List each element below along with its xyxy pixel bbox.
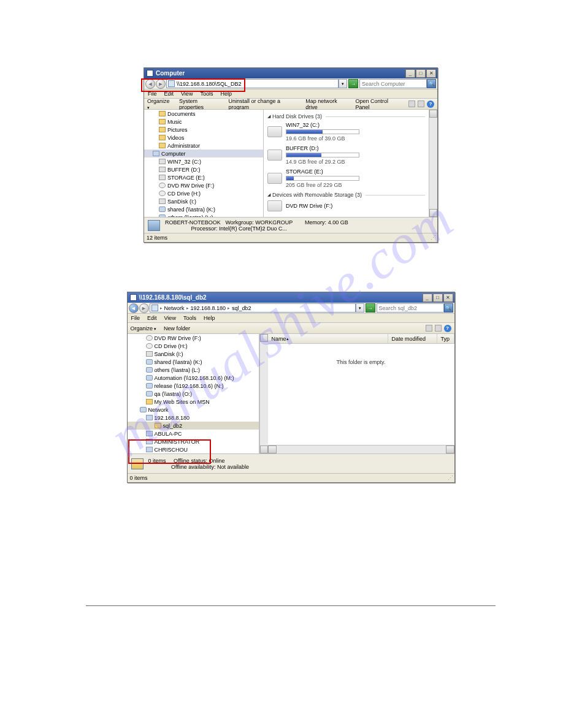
maximize-button[interactable]: □	[433, 294, 443, 302]
resize-grip[interactable]: ⋰	[431, 235, 435, 241]
breadcrumb-item[interactable]: Network	[164, 305, 185, 311]
removable-group[interactable]: ◢ Devices with Removable Storage (3)	[267, 192, 425, 198]
scrollbar[interactable]	[429, 110, 437, 217]
organize-button[interactable]: Organize	[147, 98, 172, 110]
tree-scrollbar[interactable]	[259, 334, 268, 453]
tree-item[interactable]: SanDisk (I:)	[144, 197, 263, 205]
address-bar[interactable]: \\192.168.8.180\SQL_DB2	[166, 79, 339, 88]
tree-item[interactable]: SanDisk (I:)	[128, 350, 259, 358]
tree-item[interactable]: shared (\\astra) (K:)	[144, 205, 263, 213]
menu-edit[interactable]: Edit	[147, 315, 157, 321]
tree-item[interactable]: WIN7_32 (C:)	[144, 157, 263, 165]
tree-item[interactable]: release (\\192.168.10.6) (N:)	[128, 382, 259, 390]
menu-help[interactable]: Help	[220, 91, 232, 97]
map-drive-button[interactable]: Map network drive	[305, 98, 348, 110]
search-input[interactable]: Search Computer	[359, 79, 427, 88]
drive-item[interactable]: WIN7_32 (C:)19.6 GB free of 39.0 GB	[267, 122, 425, 142]
search-icon[interactable]: 🔍	[444, 303, 453, 313]
resize-grip[interactable]: ⋰	[448, 475, 452, 481]
tree-item[interactable]: STORAGE (E:)	[144, 173, 263, 181]
tree-item[interactable]: others (\\astra) (L:)	[128, 366, 259, 374]
titlebar[interactable]: Computer _ □ ✕	[144, 68, 437, 78]
content-pane[interactable]: Name Date modified Typ This folder is em…	[268, 334, 454, 453]
collapse-arrow-icon[interactable]: ◢	[267, 114, 270, 119]
breadcrumb-item[interactable]: sql_db2	[232, 305, 251, 311]
tree-item[interactable]: CD Drive (H:)	[144, 189, 263, 197]
tree-item[interactable]: shared (\\astra) (K:)	[128, 358, 259, 366]
close-button[interactable]: ✕	[443, 294, 453, 302]
organize-button[interactable]: Organize	[131, 325, 156, 332]
tree-item[interactable]: Network	[128, 406, 259, 414]
drive-item[interactable]: BUFFER (D:)14.9 GB free of 29.2 GB	[267, 145, 425, 165]
chevron-icon[interactable]: ▸	[186, 306, 189, 311]
go-button[interactable]: →	[366, 303, 375, 313]
forward-button[interactable]: ►	[156, 79, 166, 89]
tree-item[interactable]: Documents	[144, 110, 263, 118]
menu-help[interactable]: Help	[204, 315, 215, 321]
tree-item[interactable]: Computer	[144, 150, 263, 157]
minimize-button[interactable]: _	[423, 294, 432, 302]
tree-item[interactable]: qa (\\astra) (O:)	[128, 390, 259, 398]
back-button[interactable]: ◄	[129, 303, 139, 313]
breadcrumb-item[interactable]: 192.168.8.180	[191, 305, 226, 311]
control-panel-button[interactable]: Open Control Panel	[355, 98, 401, 110]
menu-tools[interactable]: Tools	[183, 315, 196, 321]
minimize-button[interactable]: _	[405, 69, 415, 78]
help-icon[interactable]: ?	[444, 325, 451, 332]
column-headers[interactable]: Name Date modified Typ	[268, 334, 454, 344]
search-input[interactable]: Search sql_db2	[377, 303, 444, 313]
close-button[interactable]: ✕	[426, 69, 436, 78]
scrollbar-horizontal[interactable]	[268, 445, 454, 453]
tree-item[interactable]: CD Drive (H:)	[128, 342, 259, 350]
system-properties-button[interactable]: System properties	[179, 98, 221, 110]
tree-item[interactable]: Automation (\\192.168.10.6) (M:)	[128, 374, 259, 382]
tree-item[interactable]: Administrator	[144, 142, 263, 150]
tree-item[interactable]: others (\\astra) (L:)	[144, 213, 263, 217]
go-button[interactable]: →	[348, 79, 358, 88]
tree-item[interactable]: My Web Sites on MSN	[128, 398, 259, 406]
tree-item[interactable]: CHRISCHOU	[128, 446, 259, 453]
column-date[interactable]: Date modified	[388, 334, 437, 343]
content-pane[interactable]: ◢ Hard Disk Drives (3) WIN7_32 (C:)19.6 …	[264, 110, 429, 217]
tree-item[interactable]: DVD RW Drive (F:)	[128, 334, 259, 342]
view-options-icon[interactable]	[408, 100, 415, 107]
drive-item[interactable]: STORAGE (E:)205 GB free of 229 GB	[267, 169, 425, 188]
tree-item[interactable]: Videos	[144, 134, 263, 142]
forward-button[interactable]: ►	[139, 303, 149, 313]
maximize-button[interactable]: □	[416, 69, 426, 78]
view-options-icon[interactable]	[426, 325, 432, 332]
tree-item[interactable]: BUFFER (D:)	[144, 165, 263, 173]
address-bar[interactable]: ▸ Network ▸ 192.168.8.180 ▸ sql_db2	[150, 303, 356, 313]
back-button[interactable]: ◄	[145, 79, 155, 89]
menu-tools[interactable]: Tools	[200, 91, 213, 97]
hdd-group[interactable]: ◢ Hard Disk Drives (3)	[267, 113, 425, 119]
menu-edit[interactable]: Edit	[164, 91, 174, 97]
tree-item[interactable]: sql_db2	[128, 422, 259, 430]
chevron-icon[interactable]: ▸	[228, 306, 230, 311]
column-name[interactable]: Name	[268, 334, 388, 343]
preview-pane-icon[interactable]	[435, 325, 442, 332]
new-folder-button[interactable]: New folder	[164, 325, 190, 332]
tree-item[interactable]: ADMINISTRATOR	[128, 438, 259, 446]
menu-file[interactable]: File	[131, 315, 140, 321]
drive-item[interactable]: DVD RW Drive (F:)	[267, 200, 425, 211]
tree-item[interactable]: Music	[144, 118, 263, 126]
navigation-tree[interactable]: DVD RW Drive (F:)CD Drive (H:)SanDisk (I…	[128, 334, 259, 453]
help-icon[interactable]: ?	[427, 100, 434, 108]
preview-pane-icon[interactable]	[418, 100, 424, 107]
menu-view[interactable]: View	[181, 91, 193, 97]
menu-view[interactable]: View	[164, 315, 176, 321]
uninstall-program-button[interactable]: Uninstall or change a program	[228, 98, 298, 110]
search-icon[interactable]: 🔍	[427, 79, 436, 88]
address-dropdown[interactable]: ▾	[356, 303, 364, 313]
collapse-arrow-icon[interactable]: ◢	[267, 192, 270, 197]
tree-item[interactable]: DVD RW Drive (F:)	[144, 181, 263, 189]
menu-file[interactable]: File	[148, 91, 157, 97]
tree-item[interactable]: 192.168.8.180	[128, 414, 259, 422]
navigation-tree[interactable]: DocumentsMusicPicturesVideosAdministrato…	[144, 110, 264, 217]
tree-item[interactable]: Pictures	[144, 126, 263, 134]
tree-item[interactable]: ABULA-PC	[128, 430, 259, 438]
titlebar[interactable]: \\192.168.8.180\sql_db2 _ □ ✕	[128, 292, 454, 303]
address-dropdown[interactable]: ▾	[339, 79, 347, 88]
chevron-icon[interactable]: ▸	[160, 306, 163, 311]
